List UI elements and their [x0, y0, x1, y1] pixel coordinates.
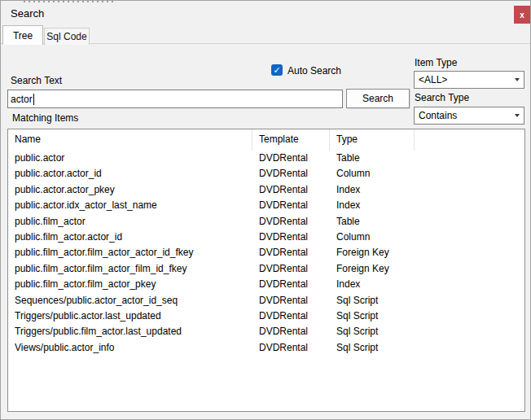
cell-type: Foreign Key	[330, 261, 415, 277]
table-row[interactable]: public.actor.actor_id DVDRental Column	[8, 166, 524, 182]
cell-name: public.actor	[8, 151, 252, 166]
cell-name: Sequences/public.actor_actor_id_seq	[8, 293, 252, 308]
close-button[interactable]: x	[514, 6, 530, 24]
cell-type: Foreign Key	[330, 245, 415, 260]
cell-filler	[415, 293, 524, 308]
cell-filler	[415, 261, 524, 277]
cell-template: DVDRental	[252, 166, 330, 182]
results-header: Name Template Type	[8, 129, 524, 151]
check-icon: ✓	[273, 66, 280, 75]
cell-filler	[415, 214, 524, 230]
cell-type: Sql Script	[330, 324, 415, 339]
cell-template: DVDRental	[252, 214, 330, 230]
cell-type: Index	[330, 277, 415, 292]
search-text-label: Search Text	[11, 75, 62, 86]
cell-filler	[415, 230, 524, 245]
search-type-value: Contains	[415, 110, 510, 121]
close-icon: x	[520, 11, 524, 20]
auto-search-label: Auto Search	[287, 65, 341, 77]
cell-filler	[415, 182, 524, 198]
cell-filler	[415, 198, 524, 213]
cell-type: Index	[330, 182, 415, 198]
search-button-label: Search	[362, 93, 393, 104]
table-row[interactable]: public.actor.idx_actor_last_name DVDRent…	[8, 198, 524, 213]
window-title: Search	[11, 7, 44, 20]
cell-name: public.film_actor	[8, 214, 252, 230]
cell-name: public.film_actor.film_actor_actor_id_fk…	[8, 245, 252, 260]
cell-filler	[415, 245, 524, 260]
cell-filler	[415, 151, 524, 166]
cell-template: DVDRental	[252, 261, 330, 277]
cell-template: DVDRental	[252, 308, 330, 324]
cell-template: DVDRental	[252, 198, 330, 213]
tab-sql-code-label: Sql Code	[46, 31, 86, 42]
tab-strip: Tree Sql Code	[1, 25, 531, 44]
item-type-dropdown-button	[510, 72, 524, 88]
header-cell-type[interactable]: Type	[330, 129, 415, 151]
cell-type: Index	[330, 198, 415, 213]
cell-template: DVDRental	[252, 151, 330, 166]
cell-type: Column	[330, 166, 415, 182]
header-cell-name[interactable]: Name	[8, 129, 252, 151]
cell-filler	[415, 277, 524, 292]
header-filler	[415, 129, 524, 151]
cell-template: DVDRental	[252, 324, 330, 339]
table-row[interactable]: public.film_actor.film_actor_film_id_fke…	[8, 261, 524, 277]
chevron-down-icon	[515, 78, 520, 81]
cell-filler	[415, 166, 524, 182]
item-type-label: Item Type	[415, 57, 457, 68]
cell-type: Sql Script	[330, 293, 415, 308]
cell-name: public.film_actor.film_actor_pkey	[8, 277, 252, 292]
table-row[interactable]: public.film_actor.film_actor_pkey DVDRen…	[8, 277, 524, 292]
cell-template: DVDRental	[252, 230, 330, 245]
cell-filler	[415, 308, 524, 324]
table-row[interactable]: public.actor DVDRental Table	[8, 151, 524, 166]
table-row[interactable]: public.film_actor.actor_id DVDRental Col…	[8, 230, 524, 245]
table-row[interactable]: Triggers/public.film_actor.last_updated …	[8, 324, 524, 339]
cell-type: Sql Script	[330, 340, 415, 356]
item-type-combobox[interactable]: <ALL>	[414, 71, 524, 89]
cell-type: Sql Script	[330, 308, 415, 324]
cell-type: Table	[330, 214, 415, 230]
cell-name: public.actor.actor_id	[8, 166, 252, 182]
cell-template: DVDRental	[252, 277, 330, 292]
cell-filler	[415, 340, 524, 356]
cell-name: public.actor.actor_pkey	[8, 182, 252, 198]
text-caret	[33, 94, 34, 105]
cell-name: public.film_actor.film_actor_film_id_fke…	[8, 261, 252, 277]
table-row[interactable]: public.film_actor.film_actor_actor_id_fk…	[8, 245, 524, 260]
table-row[interactable]: public.actor.actor_pkey DVDRental Index	[8, 182, 524, 198]
results-table: Name Template Type public.actor DVDRenta…	[7, 129, 525, 412]
item-type-value: <ALL>	[415, 74, 510, 85]
matching-items-label: Matching Items	[12, 112, 78, 124]
search-text-input[interactable]: actor	[7, 90, 343, 108]
auto-search-checkbox[interactable]: ✓	[271, 64, 283, 76]
cell-template: DVDRental	[252, 340, 330, 356]
table-row[interactable]: Views/public.actor_info DVDRental Sql Sc…	[8, 340, 524, 356]
tab-sql-code[interactable]: Sql Code	[44, 28, 90, 45]
cell-name: public.film_actor.actor_id	[8, 230, 252, 245]
cell-template: DVDRental	[252, 182, 330, 198]
search-type-combobox[interactable]: Contains	[414, 107, 524, 125]
header-cell-template[interactable]: Template	[252, 129, 330, 151]
table-row[interactable]: Triggers/public.actor.last_updated DVDRe…	[8, 308, 524, 324]
cell-name: Views/public.actor_info	[8, 340, 252, 356]
results-rows: public.actor DVDRental Table public.acto…	[8, 151, 524, 356]
cell-template: DVDRental	[252, 293, 330, 308]
tab-tree[interactable]: Tree	[2, 25, 43, 45]
search-button[interactable]: Search	[346, 89, 410, 108]
table-row[interactable]: Sequences/public.actor_actor_id_seq DVDR…	[8, 293, 524, 308]
title-bar: Search x	[1, 1, 530, 25]
search-text-value: actor	[11, 94, 33, 105]
table-row[interactable]: public.film_actor DVDRental Table	[8, 214, 524, 230]
search-type-dropdown-button	[510, 107, 524, 124]
cell-filler	[415, 324, 524, 339]
cell-template: DVDRental	[252, 245, 330, 260]
chevron-down-icon	[515, 114, 520, 117]
cell-type: Column	[330, 230, 415, 245]
tab-tree-label: Tree	[13, 30, 33, 42]
cell-name: Triggers/public.actor.last_updated	[8, 308, 252, 324]
cell-type: Table	[330, 151, 415, 166]
cell-name: Triggers/public.film_actor.last_updated	[8, 324, 252, 339]
search-window: Search x Tree Sql Code ✓ Auto Search Ite…	[0, 0, 531, 420]
